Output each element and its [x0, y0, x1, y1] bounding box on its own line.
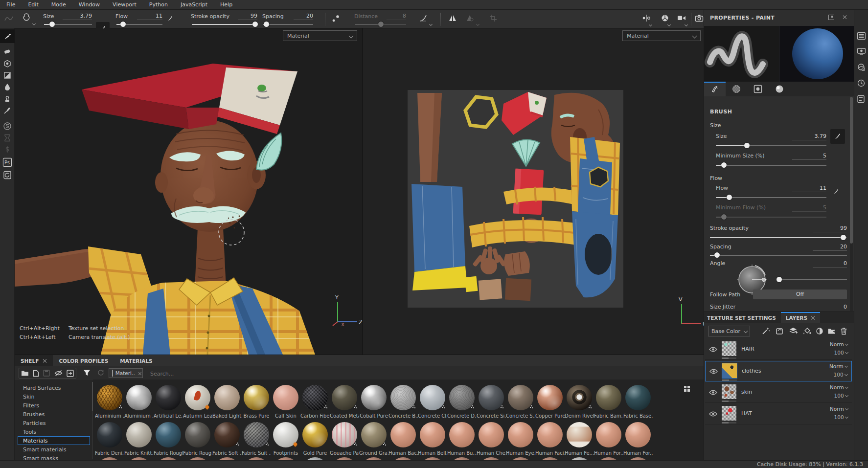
material-item[interactable]: Concrete S...: [506, 385, 535, 419]
material-sphere[interactable]: [449, 422, 475, 447]
tab-color-profiles[interactable]: COLOR PROFILES: [53, 355, 114, 366]
material-sphere[interactable]: [185, 422, 210, 447]
layer-row-hair[interactable]: HAIRNorm 100: [705, 339, 852, 360]
material-sphere[interactable]: [273, 385, 298, 410]
material-item[interactable]: Artificial Le...: [154, 385, 183, 419]
material-sphere[interactable]: [185, 385, 210, 410]
material-sphere[interactable]: [596, 422, 621, 447]
material-sphere[interactable]: [97, 385, 122, 410]
add-folder-icon[interactable]: [827, 327, 836, 335]
shelf-category-materials[interactable]: Materials: [18, 436, 90, 445]
tab-texture-set-settings[interactable]: TEXTURE SET SETTINGS: [704, 312, 781, 323]
material-sphere[interactable]: [625, 422, 651, 447]
add-fill-layer-icon[interactable]: [803, 327, 812, 335]
layer-visibility-toggle[interactable]: [709, 368, 718, 375]
layer-opacity[interactable]: 100: [830, 393, 848, 399]
tab-layers[interactable]: LAYERS: [781, 312, 820, 323]
min-size-value[interactable]: 5: [792, 153, 826, 160]
layer-visibility-toggle[interactable]: [709, 389, 717, 396]
material-item[interactable]: Cobalt Pure: [359, 385, 388, 419]
search-input[interactable]: [149, 368, 298, 379]
tab-stencil[interactable]: [747, 82, 769, 96]
eraser-tool-button[interactable]: [0, 44, 15, 58]
add-effect-icon[interactable]: [776, 327, 784, 335]
layer-row-hat[interactable]: HATNorm 100: [705, 404, 852, 424]
new-resource-icon[interactable]: [33, 370, 39, 377]
toolbar-spacing-slider[interactable]: [263, 22, 313, 27]
material-sphere[interactable]: [508, 422, 533, 447]
size-slider[interactable]: [716, 143, 826, 149]
channel-dropdown[interactable]: Base Color: [708, 326, 750, 336]
material-sphere[interactable]: [214, 422, 240, 447]
hide-resources-icon[interactable]: [54, 370, 63, 377]
menu-mode[interactable]: Mode: [45, 1, 72, 8]
layer-name[interactable]: HAIR: [741, 346, 754, 352]
material-item[interactable]: Gold Pure: [300, 422, 330, 456]
material-item[interactable]: Copper Pure: [535, 385, 565, 419]
photoshop-export-button[interactable]: Ps: [0, 156, 15, 169]
material-item[interactable]: Fabric Soft ...: [212, 422, 242, 456]
camera-video-chevron[interactable]: [685, 23, 688, 26]
layer-thumbnail[interactable]: [722, 406, 736, 421]
delete-layer-icon[interactable]: [840, 327, 847, 335]
filter-icon[interactable]: [83, 369, 91, 377]
perspective-toggle-icon[interactable]: [642, 14, 651, 22]
material-item[interactable]: Baked Light...: [212, 385, 242, 419]
layer-thumbnail[interactable]: [722, 363, 737, 378]
material-item[interactable]: Calf Skin: [271, 385, 300, 419]
camera-video-icon[interactable]: [677, 15, 686, 22]
tab-materials[interactable]: MATERIALS: [114, 355, 158, 366]
material-item[interactable]: Aluminium ...: [124, 385, 154, 419]
import-resources-icon[interactable]: [67, 370, 74, 377]
viewport-3d[interactable]: Y x Z Material Ctrl+Alt+RightTexture set…: [15, 28, 362, 355]
symmetry-icon[interactable]: [448, 14, 457, 22]
material-item[interactable]: Fabric Roug...: [183, 422, 212, 456]
clear-filter-icon[interactable]: [138, 371, 139, 375]
material-item[interactable]: Brass Pure: [242, 385, 271, 419]
stroke-opacity-slider[interactable]: [710, 235, 847, 241]
stroke-icon[interactable]: [4, 14, 14, 22]
tab-material[interactable]: [769, 82, 790, 96]
log-icon[interactable]: [857, 95, 865, 103]
undock-panel-icon[interactable]: [828, 15, 834, 20]
view-mode-icon[interactable]: [661, 14, 669, 22]
menu-python[interactable]: Python: [143, 1, 174, 8]
material-item[interactable]: Carbon Fiber: [300, 385, 330, 419]
material-item[interactable]: Human Bac...: [388, 422, 418, 456]
toolbar-spacing-value[interactable]: 20: [294, 13, 313, 20]
screenshot-camera-icon[interactable]: [695, 14, 704, 22]
brush-alpha-chevron[interactable]: [32, 22, 36, 25]
menu-javascript[interactable]: JavaScript: [174, 1, 214, 8]
paint-tool-button[interactable]: [0, 29, 15, 43]
material-item[interactable]: Fabric Rough: [154, 422, 183, 456]
material-sphere[interactable]: [126, 385, 152, 410]
tab-shelf[interactable]: SHELF: [15, 355, 53, 366]
shelf-category-smart-masks[interactable]: Smart masks: [18, 454, 90, 460]
size-jitter-value[interactable]: 0: [813, 304, 847, 311]
material-sphere[interactable]: [244, 422, 269, 447]
material-sphere[interactable]: [214, 385, 240, 410]
layer-blend-mode[interactable]: Norm: [829, 363, 847, 369]
toolbar-size-slider[interactable]: [44, 22, 92, 27]
spacing-value[interactable]: 20: [813, 244, 847, 251]
grid-view-icon[interactable]: [684, 386, 690, 392]
material-item[interactable]: Aluminium ...: [95, 385, 124, 419]
layer-row-skin[interactable]: skinNorm 100: [705, 382, 852, 403]
properties-scrollbar[interactable]: [850, 97, 853, 311]
shelf-category-smart-materials[interactable]: Smart materials: [18, 445, 90, 454]
material-sphere[interactable]: [567, 422, 592, 447]
shelf-category-tools[interactable]: Tools: [18, 427, 90, 436]
layer-thumbnail[interactable]: [722, 341, 736, 356]
menu-help[interactable]: Help: [214, 1, 239, 8]
history-icon[interactable]: [857, 79, 865, 87]
material-sphere[interactable]: [332, 385, 357, 410]
material-item[interactable]: Human Bu...: [447, 422, 477, 456]
material-sphere[interactable]: [273, 422, 298, 447]
tab-brush[interactable]: [704, 82, 726, 96]
layer-blend-mode[interactable]: Norm: [830, 384, 848, 390]
material-item[interactable]: Coated Metal: [330, 385, 359, 419]
layer-visibility-toggle[interactable]: [709, 346, 717, 353]
material-item[interactable]: Footprints: [271, 422, 300, 456]
viewport-2d[interactable]: V U Material: [362, 28, 704, 355]
size-value[interactable]: 3.79: [792, 133, 826, 140]
